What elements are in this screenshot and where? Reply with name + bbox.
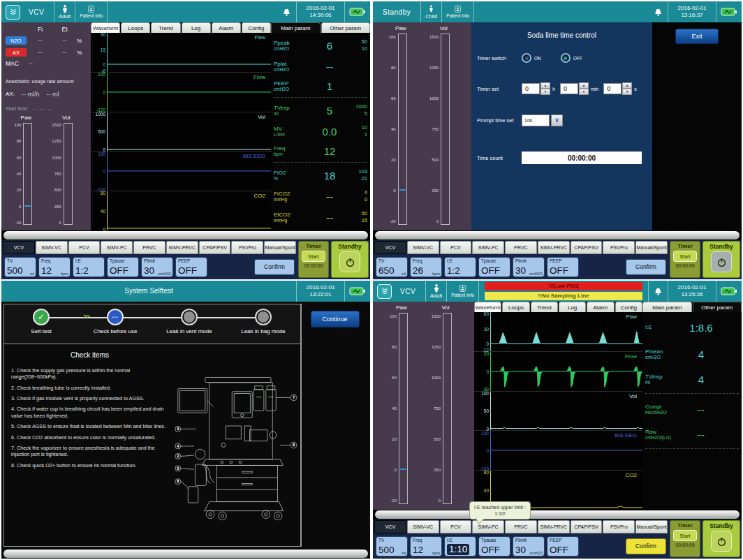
vent-mode-button[interactable]: VCV	[374, 241, 406, 254]
vent-mode-button[interactable]: PSVPro	[231, 241, 263, 254]
view-tab[interactable]: Loops	[502, 302, 529, 312]
setting-button[interactable]: Plimit 30 cmH2O	[513, 257, 545, 277]
param-tab[interactable]: Other param	[693, 302, 742, 312]
setting-button[interactable]: I:E 1:2	[73, 257, 105, 277]
vent-mode-button[interactable]: PCV	[440, 241, 472, 254]
view-tab[interactable]: Config	[615, 302, 642, 312]
power-button[interactable]	[339, 251, 360, 272]
vent-mode-button[interactable]: SIMV-VC	[36, 241, 68, 254]
setting-button[interactable]: Plimit 30 cmH2O	[141, 257, 173, 277]
radio-off-group[interactable]: OFF	[561, 53, 582, 63]
setting-label: TV	[7, 258, 13, 263]
vent-mode-button[interactable]: SIMV-PRVC	[538, 520, 570, 533]
setting-button[interactable]: TV 500 ml	[4, 257, 36, 277]
param-tab[interactable]: Other param	[321, 22, 371, 33]
vent-mode-button[interactable]: SIMV-PRVC	[538, 241, 570, 254]
setting-button[interactable]: PEEP OFF	[547, 257, 579, 277]
view-tab[interactable]: Log	[182, 22, 211, 33]
setting-button[interactable]: TV 650 ml	[376, 257, 408, 277]
header-spacer	[108, 1, 277, 22]
setting-button[interactable]: Freq 12 bpm	[38, 257, 71, 277]
setting-button[interactable]: PEEP OFF	[547, 536, 579, 557]
vent-mode-button[interactable]: SIMV-VC	[407, 241, 439, 254]
vent-mode-button[interactable]: Manual/Spont	[635, 520, 668, 533]
power-button[interactable]	[711, 251, 732, 272]
vent-mode-button[interactable]: SIMV-PC	[101, 241, 133, 254]
vent-mode-button[interactable]: CPAP/PSV	[571, 241, 603, 254]
hours-spin-down[interactable]: ▼	[540, 89, 550, 95]
view-tab[interactable]: Waveform	[91, 22, 120, 33]
patient-type-segment[interactable]: Adult	[54, 1, 75, 22]
patient-info-segment[interactable]: Patient Info	[442, 1, 474, 22]
vent-mode-button[interactable]: PSVPro	[603, 241, 635, 254]
vent-mode-button[interactable]: Manual/Spont	[264, 241, 296, 254]
view-tab[interactable]: Config	[242, 22, 271, 33]
setting-button[interactable]: Freq 26 bpm	[410, 257, 442, 277]
param-tab[interactable]: Main param	[271, 22, 321, 33]
vent-mode-button[interactable]: CPAP/PSV	[199, 241, 231, 254]
patient-info-segment[interactable]: Patient Info	[75, 1, 108, 22]
setting-button[interactable]: PEEP OFF	[175, 257, 207, 277]
param-tab[interactable]: Main param	[642, 302, 692, 312]
vent-mode-button[interactable]: CPAP/PSV	[571, 520, 603, 533]
timer-start-button[interactable]: Start	[673, 530, 697, 541]
alarm-bell-segment[interactable]	[649, 1, 668, 22]
vol-gauge: Vol 1500125010007505002500	[425, 25, 462, 225]
setting-button[interactable]: I:E 1:2	[444, 257, 476, 277]
continue-button[interactable]: Continue	[311, 311, 360, 327]
vent-mode-button[interactable]: Manual/Spont	[635, 241, 668, 254]
setting-value: 30	[515, 266, 526, 276]
main-body: Paw 100806040200-20 Vol 1500125010007505…	[373, 302, 742, 510]
setting-button[interactable]: TV 500 ml	[376, 536, 408, 557]
vent-mode-button[interactable]: PCV	[440, 520, 472, 533]
vent-mode-button[interactable]: SIMV-VC	[407, 520, 439, 533]
timer-start-button[interactable]: Start	[302, 251, 325, 262]
param-tile: MVL/min 0.0 101	[274, 121, 367, 142]
confirm-button[interactable]: Confirm	[626, 538, 666, 554]
view-tab[interactable]: Log	[559, 302, 586, 312]
view-tab[interactable]: Alarm	[587, 302, 614, 312]
seconds-spin-up[interactable]: ▲	[622, 82, 632, 89]
confirm-button[interactable]: Confirm	[626, 259, 666, 275]
vent-mode-button[interactable]: PRVC	[133, 241, 165, 254]
minutes-spin-up[interactable]: ▲	[579, 82, 589, 89]
vent-mode-button[interactable]: PRVC	[505, 520, 537, 533]
view-tab[interactable]: Alarm	[212, 22, 241, 33]
power-button[interactable]	[711, 531, 732, 552]
seconds-value[interactable]: 0	[603, 83, 621, 94]
setting-button[interactable]: Tpause OFF	[478, 257, 510, 277]
view-tab[interactable]: Trend	[151, 22, 180, 33]
patient-type-segment[interactable]: Adult	[426, 281, 447, 302]
vent-mode-button[interactable]: VCV	[374, 520, 406, 533]
alarm-bell-segment[interactable]	[648, 281, 668, 302]
minutes-value[interactable]: 0	[560, 83, 578, 94]
radio-on-group[interactable]: ON	[522, 53, 541, 63]
timer-start-button[interactable]: Start	[673, 251, 697, 262]
hours-spin-up[interactable]: ▲	[540, 82, 550, 89]
hours-value[interactable]: 0	[522, 83, 540, 94]
setting-button[interactable]: Freq 12 bpm	[410, 536, 442, 557]
prompt-time-value[interactable]: 10s	[522, 115, 550, 126]
setting-button[interactable]: I:E 1:10	[444, 536, 476, 557]
dropdown-chevron-button[interactable]: ∨	[551, 115, 563, 126]
confirm-button[interactable]: Confirm	[254, 259, 295, 275]
vent-mode-button[interactable]: SIMV-PRVC	[166, 241, 198, 254]
exit-button[interactable]: Exit	[675, 29, 719, 44]
vent-mode-button[interactable]: PCV	[68, 241, 101, 254]
patient-info-segment[interactable]: Patient Info	[447, 281, 479, 302]
setting-button[interactable]: Plimit 30 cmH2O	[513, 536, 545, 557]
vent-mode-button[interactable]: SIMV-PC	[472, 241, 504, 254]
alarm-bell-segment[interactable]	[277, 1, 297, 22]
setting-button[interactable]: Tpause OFF	[107, 257, 139, 277]
minutes-spin-down[interactable]: ▼	[579, 89, 589, 95]
param-name: Pmean	[645, 348, 684, 355]
patient-type-segment[interactable]: Child	[421, 1, 442, 22]
setting-button[interactable]: Tpause OFF	[478, 536, 510, 557]
setting-label: Plimit	[515, 538, 527, 543]
vent-mode-button[interactable]: PRVC	[505, 241, 537, 254]
seconds-spin-down[interactable]: ▼	[622, 89, 632, 95]
view-tab[interactable]: Loops	[121, 22, 150, 33]
vent-mode-button[interactable]: VCV	[3, 241, 35, 254]
view-tab[interactable]: Trend	[531, 302, 558, 312]
vent-mode-button[interactable]: PSVPro	[603, 520, 635, 533]
